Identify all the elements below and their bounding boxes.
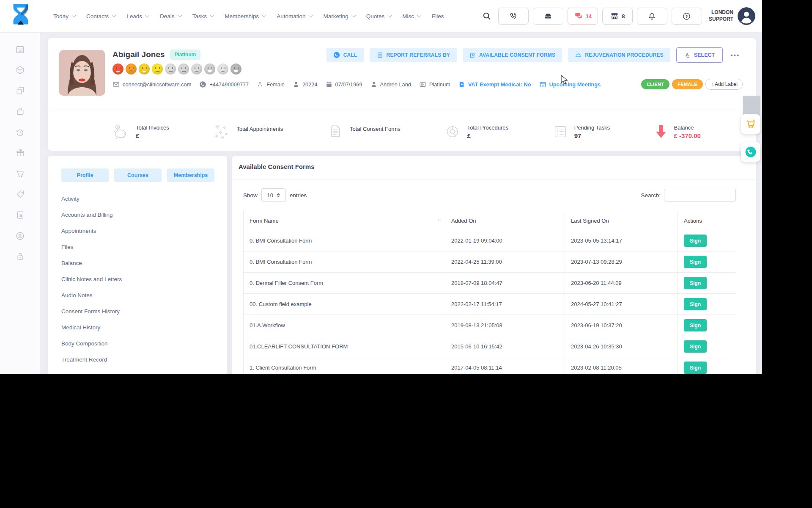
nav-item[interactable]: Misc [402,13,420,19]
report-icon [377,52,383,58]
support-icon[interactable] [13,231,28,241]
rejuvenation-icon [575,52,582,58]
contact-link[interactable]: 12 Upcoming Meetings [539,81,601,88]
client-label-pill[interactable]: FEMALE [672,79,703,89]
profile-menu-item[interactable]: Activity [61,190,219,207]
sign-button[interactable]: Sign [684,319,707,331]
contact-link[interactable]: VAT Exempt Medical: No [458,81,531,88]
profile-menu-item[interactable]: Files [61,239,219,255]
bag-icon[interactable] [13,106,28,116]
mood-face-icon[interactable] [165,64,176,75]
sign-button[interactable]: Sign [684,298,707,310]
sign-button[interactable]: Sign [684,256,707,268]
profile-panel: Profile Courses Memberships ActivityAcco… [48,156,227,374]
cell-actions: Sign [678,315,736,336]
client-action-button[interactable]: CALL [326,48,364,62]
lock-icon[interactable] [13,251,28,262]
copy-icon[interactable] [13,86,28,96]
package-icon[interactable] [13,65,28,75]
clinicsoftware-logo-icon[interactable] [11,3,30,29]
svg-text:12: 12 [19,49,22,52]
client-action-button[interactable]: REPORT REFERRALS BY [370,48,457,62]
gift-icon[interactable] [13,148,28,158]
calendar-icon[interactable]: 12 [13,44,28,54]
mood-face-icon[interactable] [217,64,228,75]
col-form-name[interactable]: Form Name ↑↓ [244,211,445,230]
nav-item[interactable]: Leads [126,13,148,19]
col-added-on[interactable]: Added On [445,211,565,230]
profile-menu-item[interactable]: Recommended Products [61,367,219,374]
mood-face-icon[interactable] [178,64,189,75]
cell-actions: Sign [678,230,736,251]
top-actions: 14 8 ? LONDON SUPPORT [480,0,755,32]
profile-menu-item[interactable]: Appointments [61,223,219,239]
price-tag-icon[interactable] [13,189,28,199]
page-size-select[interactable]: 10 [261,188,286,202]
select-button[interactable]: SELECT [676,47,723,63]
nav-item-label: Deals [160,13,175,19]
mood-face-icon[interactable] [139,64,150,75]
table-search-input[interactable] [664,189,736,202]
nav-item[interactable]: Marketing [323,13,354,19]
search-icon[interactable] [480,9,494,23]
profile-menu-item[interactable]: Body Composition [61,335,219,351]
icon-rail: 12 [0,32,40,374]
help-button[interactable]: ? [672,8,702,25]
profile-menu-item[interactable]: Consent Forms History [61,303,219,319]
mood-face-icon[interactable] [191,64,202,75]
divider [232,179,756,180]
profile-menu-item[interactable]: Balance [61,255,219,271]
nav-item[interactable]: Today [53,13,75,19]
client-label-pill[interactable]: CLIENT [641,79,670,89]
nav-item-label: Contacts [86,13,109,19]
dialer-button[interactable] [498,8,529,25]
tab-profile[interactable]: Profile [61,168,109,182]
sign-button[interactable]: Sign [684,235,707,247]
add-label-button[interactable]: + Add Label [705,79,743,90]
inbox-button[interactable] [533,8,563,25]
history-icon[interactable] [13,127,28,137]
chevron-down-icon [351,12,356,17]
sign-button[interactable]: Sign [684,340,707,353]
notifications-button[interactable] [637,8,667,25]
mood-face-icon[interactable] [152,64,163,75]
mood-face-icon[interactable] [204,64,215,75]
table-row: 00. Custom field example 2022-02-17 11:5… [244,294,736,315]
client-action-button[interactable]: REJUVENATION PROCEDURES [568,48,670,62]
profile-menu-item[interactable]: Audio Notes [61,287,219,303]
profile-menu-item[interactable]: Treatment Record [61,351,219,367]
mood-face-icon[interactable] [112,64,123,75]
user-avatar[interactable] [738,7,755,25]
contact-field: +447490009777 [199,81,249,88]
profile-menu-item[interactable]: Clinic Notes and Letters [61,271,219,287]
nav-item[interactable]: Deals [160,13,181,19]
sign-button[interactable]: Sign [684,362,707,374]
tab-courses[interactable]: Courses [114,168,162,182]
mood-face-icon[interactable] [126,64,137,75]
chevron-down-icon [71,12,76,17]
mood-face-icon[interactable] [230,64,241,75]
profile-menu-item[interactable]: Accounts and Billing [61,207,219,223]
sort-icon[interactable]: ↑↓ [437,217,441,222]
nav-item[interactable]: Contacts [86,13,115,19]
whatsapp-float-button[interactable] [741,142,760,162]
cell-last-signed-on: 2023-04-26 10:35:30 [565,336,678,357]
more-options-button[interactable]: ••• [729,50,741,61]
report-chart-icon[interactable] [13,210,28,220]
cart-float-button[interactable] [741,114,760,134]
nav-item[interactable]: Files [432,13,444,19]
nav-item[interactable]: Quotes [366,13,391,19]
chat-button[interactable]: 14 [568,8,598,25]
nav-item[interactable]: Tasks [192,13,214,19]
col-last-signed-on[interactable]: Last Signed On [565,211,678,230]
sign-button[interactable]: Sign [684,277,707,289]
store-button[interactable]: 8 [602,8,633,25]
nav-item[interactable]: Memberships [225,13,265,19]
nav-item[interactable]: Automation [277,13,312,19]
table-row: 01.A.Workflow 2019-08-13 21:05:08 2023-0… [244,315,736,336]
client-action-button[interactable]: AVAILABLE CONSENT FORMS [463,48,562,62]
cell-added-on: 2017-04-05 08:11:14 [445,357,565,375]
profile-menu-item[interactable]: Medical History [61,319,219,335]
cart-icon[interactable] [13,168,28,179]
tab-memberships[interactable]: Memberships [167,168,214,182]
